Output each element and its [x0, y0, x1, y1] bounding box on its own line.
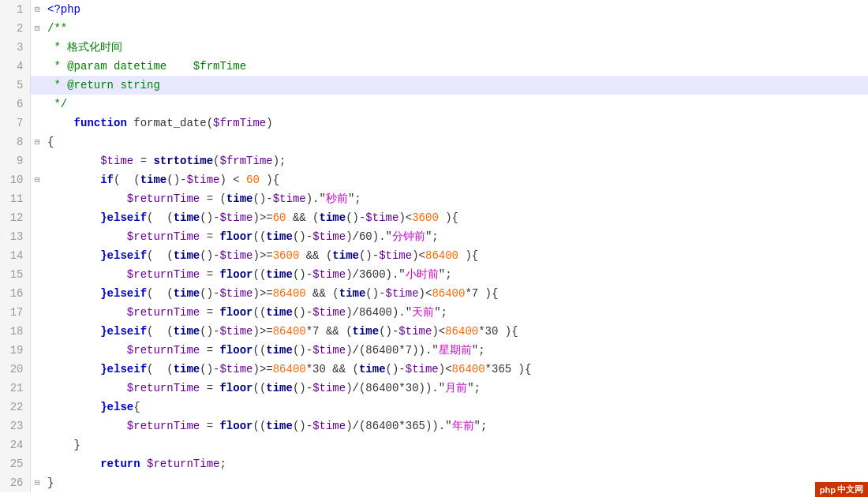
- line-number: 17: [0, 303, 30, 322]
- fold-icon: [30, 435, 44, 454]
- fold-icon: [30, 322, 44, 341]
- table-row: 7 function format_date($frmTime): [0, 114, 868, 133]
- table-row: 1⊟<?php: [0, 0, 868, 19]
- code-line: }elseif( (time()-$time)>=86400*7 && (tim…: [44, 322, 868, 341]
- fold-icon: [30, 398, 44, 417]
- line-number: 1: [0, 0, 30, 19]
- table-row: 25 return $returnTime;: [0, 454, 868, 473]
- fold-icon[interactable]: ⊟: [30, 473, 44, 492]
- table-row: 14 }elseif( (time()-$time)>=3600 && (tim…: [0, 246, 868, 265]
- code-line: $returnTime = (time()-$time)."秒前";: [44, 189, 868, 208]
- table-row: 10⊟ if( (time()-$time) < 60 ){: [0, 170, 868, 189]
- code-line: }else{: [44, 398, 868, 417]
- table-row: 18 }elseif( (time()-$time)>=86400*7 && (…: [0, 322, 868, 341]
- code-line: <?php: [44, 0, 868, 19]
- fold-icon: [30, 303, 44, 322]
- table-row: 11 $returnTime = (time()-$time)."秒前";: [0, 189, 868, 208]
- table-row: 23 $returnTime = floor((time()-$time)/(8…: [0, 417, 868, 435]
- code-line: $returnTime = floor((time()-$time)/86400…: [44, 303, 868, 322]
- fold-icon: [30, 208, 44, 227]
- code-line: }elseif( (time()-$time)>=86400*30 && (ti…: [44, 360, 868, 379]
- line-number: 23: [0, 417, 30, 435]
- fold-icon[interactable]: ⊟: [30, 0, 44, 19]
- fold-icon: [30, 38, 44, 57]
- fold-icon: [30, 265, 44, 284]
- php-label: php: [820, 485, 836, 495]
- code-line: }elseif( (time()-$time)>=60 && (time()-$…: [44, 208, 868, 227]
- fold-icon: [30, 454, 44, 473]
- line-number: 25: [0, 454, 30, 473]
- line-number: 19: [0, 341, 30, 360]
- table-row: 24 }: [0, 435, 868, 454]
- code-line: $time = strtotime($frmTime);: [44, 151, 868, 170]
- fold-icon: [30, 341, 44, 360]
- table-row: 2⊟/**: [0, 19, 868, 38]
- code-line: $returnTime = floor((time()-$time)/(8640…: [44, 379, 868, 398]
- table-row: 12 }elseif( (time()-$time)>=60 && (time(…: [0, 208, 868, 227]
- fold-icon: [30, 76, 44, 95]
- fold-icon: [30, 379, 44, 398]
- line-number: 18: [0, 322, 30, 341]
- fold-icon: [30, 114, 44, 133]
- line-number: 3: [0, 38, 30, 57]
- line-number: 16: [0, 284, 30, 303]
- fold-icon: [30, 227, 44, 246]
- fold-icon: [30, 360, 44, 379]
- code-line: * @param datetime $frmTime: [44, 57, 868, 76]
- line-number: 9: [0, 151, 30, 170]
- table-row: 16 }elseif( (time()-$time)>=86400 && (ti…: [0, 284, 868, 303]
- table-row: 6 */: [0, 95, 868, 114]
- code-line: if( (time()-$time) < 60 ){: [44, 170, 868, 189]
- site-label: 中文网: [837, 484, 863, 495]
- code-line: }elseif( (time()-$time)>=3600 && (time()…: [44, 246, 868, 265]
- code-line: }: [44, 473, 868, 492]
- line-number: 4: [0, 57, 30, 76]
- table-row: 13 $returnTime = floor((time()-$time)/60…: [0, 227, 868, 246]
- line-number: 22: [0, 398, 30, 417]
- line-number: 14: [0, 246, 30, 265]
- code-line: {: [44, 133, 868, 151]
- table-row: 20 }elseif( (time()-$time)>=86400*30 && …: [0, 360, 868, 379]
- table-row: 19 $returnTime = floor((time()-$time)/(8…: [0, 341, 868, 360]
- table-row: 17 $returnTime = floor((time()-$time)/86…: [0, 303, 868, 322]
- line-number: 12: [0, 208, 30, 227]
- line-number: 26: [0, 473, 30, 492]
- fold-icon: [30, 417, 44, 435]
- fold-icon: [30, 57, 44, 76]
- line-number: 2: [0, 19, 30, 38]
- table-row: 15 $returnTime = floor((time()-$time)/36…: [0, 265, 868, 284]
- line-number: 21: [0, 379, 30, 398]
- fold-icon: [30, 246, 44, 265]
- line-number: 24: [0, 435, 30, 454]
- table-row: 8⊟{: [0, 133, 868, 151]
- code-line: return $returnTime;: [44, 454, 868, 473]
- table-row: 22 }else{: [0, 398, 868, 417]
- fold-icon: [30, 95, 44, 114]
- fold-icon: [30, 189, 44, 208]
- table-row: 5 * @return string: [0, 76, 868, 95]
- code-line: $returnTime = floor((time()-$time)/60)."…: [44, 227, 868, 246]
- code-line: }: [44, 435, 868, 454]
- code-line: $returnTime = floor((time()-$time)/3600)…: [44, 265, 868, 284]
- code-line: $returnTime = floor((time()-$time)/(8640…: [44, 341, 868, 360]
- fold-icon[interactable]: ⊟: [30, 133, 44, 151]
- fold-icon[interactable]: ⊟: [30, 19, 44, 38]
- line-number: 20: [0, 360, 30, 379]
- code-table: 1⊟<?php2⊟/**3 * 格式化时间4 * @param datetime…: [0, 0, 868, 492]
- code-line: * 格式化时间: [44, 38, 868, 57]
- line-number: 6: [0, 95, 30, 114]
- table-row: 9 $time = strtotime($frmTime);: [0, 151, 868, 170]
- line-number: 11: [0, 189, 30, 208]
- code-line: * @return string: [44, 76, 868, 95]
- line-number: 5: [0, 76, 30, 95]
- code-editor: 1⊟<?php2⊟/**3 * 格式化时间4 * @param datetime…: [0, 0, 868, 497]
- table-row: 4 * @param datetime $frmTime: [0, 57, 868, 76]
- code-line: $returnTime = floor((time()-$time)/(8640…: [44, 417, 868, 435]
- fold-icon[interactable]: ⊟: [30, 170, 44, 189]
- fold-icon: [30, 151, 44, 170]
- code-line: function format_date($frmTime): [44, 114, 868, 133]
- line-number: 7: [0, 114, 30, 133]
- branding-bar: php 中文网: [815, 482, 868, 497]
- code-line: */: [44, 95, 868, 114]
- table-row: 26⊟}: [0, 473, 868, 492]
